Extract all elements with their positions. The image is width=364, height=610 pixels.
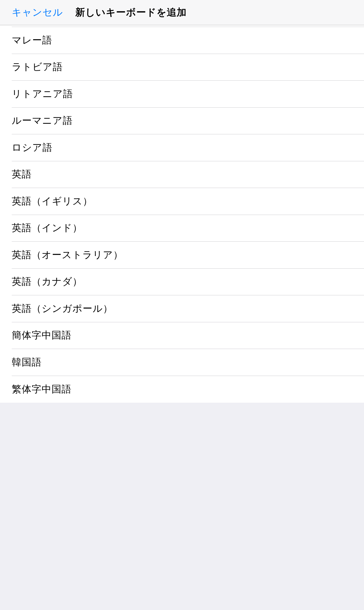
keyboard-label: 英語（シンガポール） — [12, 302, 113, 315]
keyboard-item-korean[interactable]: 韓国語 — [12, 349, 364, 376]
keyboard-item-english-india[interactable]: 英語（インド） — [12, 215, 364, 242]
keyboard-label: 英語（インド） — [12, 221, 82, 235]
keyboard-label: ロシア語 — [12, 141, 52, 154]
keyboard-item-romanian[interactable]: ルーマニア語 — [12, 108, 364, 135]
keyboard-item-english-australia[interactable]: 英語（オーストラリア） — [12, 242, 364, 269]
keyboard-label: 英語（カナダ） — [12, 275, 82, 288]
keyboard-item-latvian[interactable]: ラトビア語 — [12, 54, 364, 81]
keyboard-label: 簡体字中国語 — [12, 329, 72, 342]
keyboard-label: 英語 — [12, 168, 32, 181]
keyboard-item-english-uk[interactable]: 英語（イギリス） — [12, 188, 364, 215]
keyboard-item-russian[interactable]: ロシア語 — [12, 134, 364, 161]
keyboard-label: 繁体字中国語 — [12, 383, 72, 396]
keyboard-label: マレー語 — [12, 34, 52, 47]
navigation-header: キャンセル 新しいキーボードを追加 — [0, 0, 364, 25]
keyboard-label: 韓国語 — [12, 356, 42, 369]
keyboard-item-malay[interactable]: マレー語 — [12, 27, 364, 54]
keyboard-label: リトアニア語 — [12, 87, 73, 101]
keyboard-label: ルーマニア語 — [12, 114, 73, 127]
page-title: 新しいキーボードを追加 — [75, 6, 187, 19]
keyboard-list: マレー語 ラトビア語 リトアニア語 ルーマニア語 ロシア語 英語 英語（イギリス… — [0, 25, 364, 403]
keyboard-item-chinese-simplified[interactable]: 簡体字中国語 — [12, 322, 364, 349]
keyboard-item-english[interactable]: 英語 — [12, 161, 364, 188]
keyboard-label: ラトビア語 — [12, 60, 63, 74]
keyboard-label: 英語（オーストラリア） — [12, 248, 123, 262]
keyboard-item-english-singapore[interactable]: 英語（シンガポール） — [12, 295, 364, 322]
keyboard-item-lithuanian[interactable]: リトアニア語 — [12, 81, 364, 108]
keyboard-label: 英語（イギリス） — [12, 195, 93, 208]
cancel-button[interactable]: キャンセル — [12, 6, 63, 19]
keyboard-item-chinese-traditional[interactable]: 繁体字中国語 — [12, 376, 364, 403]
bottom-spacer — [0, 403, 364, 432]
keyboard-item-english-canada[interactable]: 英語（カナダ） — [12, 269, 364, 296]
